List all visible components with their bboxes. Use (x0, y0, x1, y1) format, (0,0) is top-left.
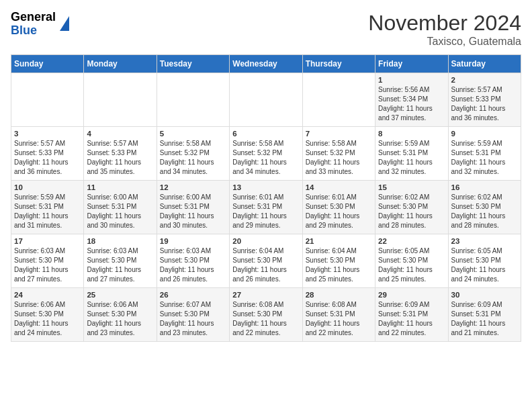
calendar-cell: 29Sunrise: 6:09 AM Sunset: 5:31 PM Dayli… (375, 288, 448, 342)
calendar-week-2: 3Sunrise: 5:57 AM Sunset: 5:33 PM Daylig… (11, 127, 521, 181)
day-info: Sunrise: 6:08 AM Sunset: 5:30 PM Dayligh… (232, 300, 299, 338)
calendar-cell: 2Sunrise: 5:57 AM Sunset: 5:33 PM Daylig… (448, 73, 521, 127)
day-number: 3 (14, 130, 81, 138)
day-number: 16 (451, 183, 518, 191)
calendar-cell (157, 73, 229, 127)
calendar-cell: 25Sunrise: 6:06 AM Sunset: 5:30 PM Dayli… (84, 288, 157, 342)
calendar-cell: 10Sunrise: 5:59 AM Sunset: 5:31 PM Dayli… (11, 181, 84, 234)
day-number: 13 (232, 183, 299, 191)
logo: General Blue (11, 11, 69, 38)
day-number: 15 (378, 183, 445, 191)
calendar-week-1: 1Sunrise: 5:56 AM Sunset: 5:34 PM Daylig… (11, 73, 521, 127)
day-info: Sunrise: 6:03 AM Sunset: 5:30 PM Dayligh… (14, 246, 81, 284)
weekday-header-sunday: Sunday (11, 55, 84, 73)
day-number: 1 (378, 76, 445, 84)
calendar-title: November 2024 (368, 11, 521, 36)
day-info: Sunrise: 6:09 AM Sunset: 5:31 PM Dayligh… (378, 300, 445, 338)
day-info: Sunrise: 5:56 AM Sunset: 5:34 PM Dayligh… (378, 85, 445, 123)
calendar-cell: 24Sunrise: 6:06 AM Sunset: 5:30 PM Dayli… (11, 288, 84, 342)
day-number: 11 (87, 183, 153, 191)
calendar-header: SundayMondayTuesdayWednesdayThursdayFrid… (11, 55, 521, 73)
calendar-cell: 28Sunrise: 6:08 AM Sunset: 5:31 PM Dayli… (302, 288, 375, 342)
day-number: 26 (160, 291, 226, 299)
day-info: Sunrise: 6:01 AM Sunset: 5:30 PM Dayligh… (306, 193, 372, 230)
day-info: Sunrise: 6:02 AM Sunset: 5:30 PM Dayligh… (378, 193, 445, 230)
day-info: Sunrise: 6:07 AM Sunset: 5:30 PM Dayligh… (160, 300, 226, 338)
day-info: Sunrise: 6:00 AM Sunset: 5:31 PM Dayligh… (160, 193, 226, 230)
calendar-cell: 5Sunrise: 5:58 AM Sunset: 5:32 PM Daylig… (157, 127, 229, 181)
calendar-cell: 19Sunrise: 6:03 AM Sunset: 5:30 PM Dayli… (157, 234, 229, 288)
day-info: Sunrise: 6:03 AM Sunset: 5:30 PM Dayligh… (87, 246, 153, 284)
calendar-subtitle: Taxisco, Guatemala (368, 36, 521, 48)
day-number: 18 (87, 237, 153, 245)
day-number: 30 (451, 291, 518, 299)
weekday-header-wednesday: Wednesday (230, 55, 302, 73)
day-info: Sunrise: 6:05 AM Sunset: 5:30 PM Dayligh… (451, 246, 518, 284)
day-number: 8 (378, 130, 445, 138)
calendar-table: SundayMondayTuesdayWednesdayThursdayFrid… (11, 54, 521, 342)
calendar-cell: 3Sunrise: 5:57 AM Sunset: 5:33 PM Daylig… (11, 127, 84, 181)
day-number: 27 (232, 291, 299, 299)
day-info: Sunrise: 5:57 AM Sunset: 5:33 PM Dayligh… (87, 139, 153, 177)
calendar-cell: 4Sunrise: 5:57 AM Sunset: 5:33 PM Daylig… (84, 127, 157, 181)
day-number: 19 (160, 237, 226, 245)
day-info: Sunrise: 5:58 AM Sunset: 5:32 PM Dayligh… (306, 139, 372, 177)
calendar-cell (84, 73, 157, 127)
day-number: 22 (378, 237, 445, 245)
day-info: Sunrise: 6:06 AM Sunset: 5:30 PM Dayligh… (87, 300, 153, 338)
day-info: Sunrise: 6:04 AM Sunset: 5:30 PM Dayligh… (232, 246, 299, 284)
day-number: 7 (306, 130, 372, 138)
calendar-week-4: 17Sunrise: 6:03 AM Sunset: 5:30 PM Dayli… (11, 234, 521, 288)
calendar-cell: 6Sunrise: 5:58 AM Sunset: 5:32 PM Daylig… (230, 127, 302, 181)
calendar-cell: 13Sunrise: 6:01 AM Sunset: 5:31 PM Dayli… (230, 181, 302, 234)
day-number: 28 (306, 291, 372, 299)
day-number: 2 (451, 76, 518, 84)
calendar-cell (230, 73, 302, 127)
calendar-cell: 18Sunrise: 6:03 AM Sunset: 5:30 PM Dayli… (84, 234, 157, 288)
day-info: Sunrise: 5:57 AM Sunset: 5:33 PM Dayligh… (451, 85, 518, 123)
day-number: 24 (14, 291, 81, 299)
day-info: Sunrise: 6:06 AM Sunset: 5:30 PM Dayligh… (14, 300, 81, 338)
weekday-header-tuesday: Tuesday (157, 55, 229, 73)
calendar-cell: 7Sunrise: 5:58 AM Sunset: 5:32 PM Daylig… (302, 127, 375, 181)
calendar-week-3: 10Sunrise: 5:59 AM Sunset: 5:31 PM Dayli… (11, 181, 521, 234)
weekday-header-monday: Monday (84, 55, 157, 73)
logo-triangle-icon (60, 16, 69, 31)
day-number: 23 (451, 237, 518, 245)
day-number: 6 (232, 130, 299, 138)
calendar-cell: 15Sunrise: 6:02 AM Sunset: 5:30 PM Dayli… (375, 181, 448, 234)
day-info: Sunrise: 5:58 AM Sunset: 5:32 PM Dayligh… (160, 139, 226, 177)
calendar-cell: 20Sunrise: 6:04 AM Sunset: 5:30 PM Dayli… (230, 234, 302, 288)
calendar-cell (11, 73, 84, 127)
calendar-cell: 30Sunrise: 6:09 AM Sunset: 5:31 PM Dayli… (448, 288, 521, 342)
page-header: General Blue November 2024 Taxisco, Guat… (11, 11, 521, 48)
calendar-cell (302, 73, 375, 127)
day-number: 29 (378, 291, 445, 299)
calendar-cell: 21Sunrise: 6:04 AM Sunset: 5:30 PM Dayli… (302, 234, 375, 288)
calendar-cell: 14Sunrise: 6:01 AM Sunset: 5:30 PM Dayli… (302, 181, 375, 234)
calendar-cell: 12Sunrise: 6:00 AM Sunset: 5:31 PM Dayli… (157, 181, 229, 234)
day-info: Sunrise: 6:00 AM Sunset: 5:31 PM Dayligh… (87, 193, 153, 230)
day-number: 20 (232, 237, 299, 245)
weekday-header-saturday: Saturday (448, 55, 521, 73)
day-info: Sunrise: 6:05 AM Sunset: 5:30 PM Dayligh… (378, 246, 445, 284)
calendar-cell: 22Sunrise: 6:05 AM Sunset: 5:30 PM Dayli… (375, 234, 448, 288)
weekday-header-thursday: Thursday (302, 55, 375, 73)
day-info: Sunrise: 5:59 AM Sunset: 5:31 PM Dayligh… (14, 193, 81, 230)
day-number: 5 (160, 130, 226, 138)
day-info: Sunrise: 5:57 AM Sunset: 5:33 PM Dayligh… (14, 139, 81, 177)
day-number: 14 (306, 183, 372, 191)
calendar-cell: 11Sunrise: 6:00 AM Sunset: 5:31 PM Dayli… (84, 181, 157, 234)
day-number: 9 (451, 130, 518, 138)
calendar-cell: 27Sunrise: 6:08 AM Sunset: 5:30 PM Dayli… (230, 288, 302, 342)
logo-line1: General (11, 11, 56, 24)
day-info: Sunrise: 6:03 AM Sunset: 5:30 PM Dayligh… (160, 246, 226, 284)
calendar-body: 1Sunrise: 5:56 AM Sunset: 5:34 PM Daylig… (11, 73, 521, 342)
day-number: 25 (87, 291, 153, 299)
weekday-header-friday: Friday (375, 55, 448, 73)
day-info: Sunrise: 6:01 AM Sunset: 5:31 PM Dayligh… (232, 193, 299, 230)
day-info: Sunrise: 6:02 AM Sunset: 5:30 PM Dayligh… (451, 193, 518, 230)
day-info: Sunrise: 6:09 AM Sunset: 5:31 PM Dayligh… (451, 300, 518, 338)
title-block: November 2024 Taxisco, Guatemala (368, 11, 521, 48)
day-info: Sunrise: 5:58 AM Sunset: 5:32 PM Dayligh… (232, 139, 299, 177)
